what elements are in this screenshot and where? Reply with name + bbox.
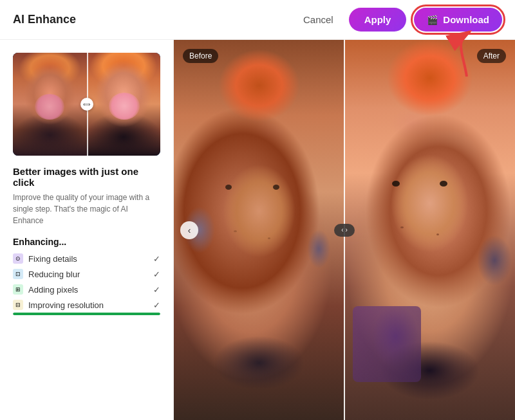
download-btn-wrapper: 🎬 Download	[414, 8, 502, 32]
page-title: AI Enhance	[13, 13, 76, 26]
preview-after	[87, 53, 161, 156]
list-item: ⊟ Improving resolution ✓	[13, 300, 160, 310]
adding-icon: ⊞	[13, 284, 23, 295]
after-label: After	[477, 49, 506, 63]
panel-description: Better images with just one click Improv…	[13, 166, 160, 226]
face-before-overlay	[174, 40, 344, 420]
before-image	[174, 40, 344, 420]
list-item: ⊙ Fixing details ✓	[13, 253, 160, 264]
handle-right-arrow: ›	[346, 227, 348, 233]
enhancing-section: Enhancing... ⊙ Fixing details ✓ ⊡ Reduci…	[13, 237, 160, 315]
nav-arrow-left[interactable]: ‹	[180, 221, 198, 239]
apply-button[interactable]: Apply	[349, 8, 407, 32]
description-title: Better images with just one click	[13, 166, 160, 188]
step-label: Improving resolution	[28, 300, 104, 310]
comparison-handle[interactable]: ‹ ›	[334, 224, 355, 237]
handle-left-arrow: ‹	[341, 227, 343, 233]
step-label: Reducing blur	[28, 269, 80, 279]
list-item: ⊡ Reducing blur ✓	[13, 269, 160, 279]
app-container: AI Enhance Cancel Apply 🎬 Download	[0, 0, 515, 420]
progress-fill	[13, 313, 160, 315]
cancel-button[interactable]: Cancel	[295, 9, 341, 30]
description-text: Improve the quality of your image with a…	[13, 192, 160, 226]
download-button[interactable]: 🎬 Download	[414, 8, 502, 32]
fixing-icon: ⊙	[13, 253, 23, 264]
step-label: Adding pixels	[28, 285, 78, 295]
step-check: ✓	[153, 269, 160, 279]
step-list: ⊙ Fixing details ✓ ⊡ Reducing blur ✓	[13, 253, 160, 310]
progress-bar	[13, 313, 160, 315]
step-check: ✓	[153, 285, 160, 295]
main-content: ⟺ Better images with just one click Impr…	[0, 40, 515, 420]
step-check: ✓	[153, 254, 160, 264]
left-panel: ⟺ Better images with just one click Impr…	[0, 40, 174, 420]
before-label: Before	[183, 49, 218, 63]
progress-bar-container	[13, 313, 160, 315]
list-item: ⊞ Adding pixels ✓	[13, 284, 160, 295]
header-actions: Cancel Apply 🎬 Download	[295, 8, 502, 32]
comparison-container: Before After ‹ › ‹	[174, 40, 515, 420]
preview-handle[interactable]: ⟺	[80, 98, 93, 111]
reducing-icon: ⊡	[13, 269, 23, 279]
preview-image: ⟺	[13, 53, 160, 156]
preview-split: ⟺	[13, 53, 160, 156]
step-label: Fixing details	[28, 254, 77, 264]
header: AI Enhance Cancel Apply 🎬 Download	[0, 0, 515, 40]
step-check: ✓	[153, 300, 160, 310]
download-icon: 🎬	[427, 15, 438, 25]
right-panel: Before After ‹ › ‹	[174, 40, 515, 420]
after-image	[344, 40, 515, 420]
improving-icon: ⊟	[13, 300, 23, 310]
preview-before	[13, 53, 87, 156]
enhancing-title: Enhancing...	[13, 237, 160, 247]
